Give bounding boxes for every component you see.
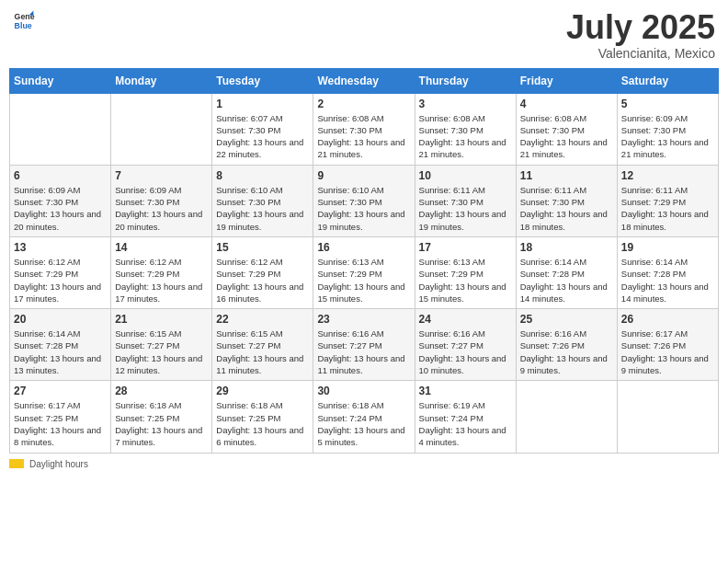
logo: General Blue	[13, 9, 35, 35]
calendar-cell: 31Sunrise: 6:19 AM Sunset: 7:24 PM Dayli…	[415, 381, 516, 453]
day-info: Sunrise: 6:18 AM Sunset: 7:24 PM Dayligh…	[317, 399, 410, 448]
calendar-cell: 1Sunrise: 6:07 AM Sunset: 7:30 PM Daylig…	[212, 93, 313, 165]
calendar-header-thursday: Thursday	[415, 68, 516, 93]
calendar-cell: 26Sunrise: 6:17 AM Sunset: 7:26 PM Dayli…	[617, 309, 718, 381]
calendar-header-sunday: Sunday	[10, 68, 111, 93]
day-info: Sunrise: 6:08 AM Sunset: 7:30 PM Dayligh…	[520, 112, 613, 161]
calendar-cell: 7Sunrise: 6:09 AM Sunset: 7:30 PM Daylig…	[111, 165, 212, 236]
day-info: Sunrise: 6:08 AM Sunset: 7:30 PM Dayligh…	[317, 112, 410, 161]
calendar-cell: 16Sunrise: 6:13 AM Sunset: 7:29 PM Dayli…	[313, 236, 415, 308]
month-title: July 2025	[566, 9, 715, 46]
day-number: 23	[317, 313, 410, 326]
calendar-cell: 15Sunrise: 6:12 AM Sunset: 7:29 PM Dayli…	[212, 236, 313, 308]
title-block: July 2025 Valencianita, Mexico	[566, 9, 715, 61]
calendar-cell: 2Sunrise: 6:08 AM Sunset: 7:30 PM Daylig…	[313, 93, 415, 165]
day-number: 8	[216, 169, 309, 182]
calendar-cell: 25Sunrise: 6:16 AM Sunset: 7:26 PM Dayli…	[516, 309, 617, 381]
calendar-week-row: 27Sunrise: 6:17 AM Sunset: 7:25 PM Dayli…	[10, 381, 719, 453]
day-number: 25	[520, 313, 613, 326]
calendar-header-wednesday: Wednesday	[313, 68, 415, 93]
day-info: Sunrise: 6:15 AM Sunset: 7:27 PM Dayligh…	[216, 327, 309, 376]
calendar-week-row: 13Sunrise: 6:12 AM Sunset: 7:29 PM Dayli…	[10, 236, 719, 308]
calendar-cell: 29Sunrise: 6:18 AM Sunset: 7:25 PM Dayli…	[212, 381, 313, 453]
day-info: Sunrise: 6:12 AM Sunset: 7:29 PM Dayligh…	[216, 256, 309, 304]
day-number: 31	[419, 385, 512, 397]
calendar-cell: 14Sunrise: 6:12 AM Sunset: 7:29 PM Dayli…	[111, 236, 212, 308]
day-number: 4	[520, 98, 613, 110]
day-number: 15	[216, 241, 309, 254]
calendar-table: SundayMondayTuesdayWednesdayThursdayFrid…	[9, 68, 719, 454]
calendar-header-saturday: Saturday	[617, 68, 718, 93]
day-info: Sunrise: 6:13 AM Sunset: 7:29 PM Dayligh…	[419, 256, 512, 304]
calendar-cell: 3Sunrise: 6:08 AM Sunset: 7:30 PM Daylig…	[415, 93, 516, 165]
calendar-cell: 18Sunrise: 6:14 AM Sunset: 7:28 PM Dayli…	[516, 236, 617, 308]
day-number: 24	[419, 313, 512, 326]
calendar-cell: 6Sunrise: 6:09 AM Sunset: 7:30 PM Daylig…	[10, 165, 111, 236]
calendar-header-row: SundayMondayTuesdayWednesdayThursdayFrid…	[10, 68, 719, 93]
day-number: 29	[216, 385, 309, 397]
day-info: Sunrise: 6:17 AM Sunset: 7:26 PM Dayligh…	[621, 327, 714, 376]
day-number: 1	[216, 98, 309, 110]
calendar-cell: 5Sunrise: 6:09 AM Sunset: 7:30 PM Daylig…	[617, 93, 718, 165]
day-info: Sunrise: 6:15 AM Sunset: 7:27 PM Dayligh…	[115, 327, 208, 376]
day-info: Sunrise: 6:08 AM Sunset: 7:30 PM Dayligh…	[419, 112, 512, 161]
calendar-cell: 10Sunrise: 6:11 AM Sunset: 7:30 PM Dayli…	[415, 165, 516, 236]
calendar-week-row: 20Sunrise: 6:14 AM Sunset: 7:28 PM Dayli…	[10, 309, 719, 381]
day-info: Sunrise: 6:12 AM Sunset: 7:29 PM Dayligh…	[115, 256, 208, 304]
day-info: Sunrise: 6:18 AM Sunset: 7:25 PM Dayligh…	[216, 399, 309, 448]
page-header: General Blue July 2025 Valencianita, Mex…	[9, 9, 719, 61]
day-number: 28	[115, 385, 208, 397]
day-number: 20	[14, 313, 107, 326]
day-number: 5	[621, 98, 714, 110]
day-number: 2	[317, 98, 410, 110]
calendar-cell: 19Sunrise: 6:14 AM Sunset: 7:28 PM Dayli…	[617, 236, 718, 308]
day-number: 13	[14, 241, 107, 254]
calendar-header-tuesday: Tuesday	[212, 68, 313, 93]
calendar-cell: 30Sunrise: 6:18 AM Sunset: 7:24 PM Dayli…	[313, 381, 415, 453]
day-number: 14	[115, 241, 208, 254]
calendar-cell: 17Sunrise: 6:13 AM Sunset: 7:29 PM Dayli…	[415, 236, 516, 308]
day-info: Sunrise: 6:11 AM Sunset: 7:30 PM Dayligh…	[520, 184, 613, 233]
day-info: Sunrise: 6:11 AM Sunset: 7:30 PM Dayligh…	[419, 184, 512, 233]
day-number: 16	[317, 241, 410, 254]
calendar-cell	[111, 93, 212, 165]
day-number: 18	[520, 241, 613, 254]
svg-text:Blue: Blue	[15, 21, 32, 30]
day-info: Sunrise: 6:09 AM Sunset: 7:30 PM Dayligh…	[621, 112, 714, 161]
day-info: Sunrise: 6:14 AM Sunset: 7:28 PM Dayligh…	[520, 256, 613, 304]
calendar-cell: 23Sunrise: 6:16 AM Sunset: 7:27 PM Dayli…	[313, 309, 415, 381]
calendar-week-row: 6Sunrise: 6:09 AM Sunset: 7:30 PM Daylig…	[10, 165, 719, 236]
calendar-cell: 11Sunrise: 6:11 AM Sunset: 7:30 PM Dayli…	[516, 165, 617, 236]
calendar-cell: 28Sunrise: 6:18 AM Sunset: 7:25 PM Dayli…	[111, 381, 212, 453]
day-info: Sunrise: 6:10 AM Sunset: 7:30 PM Dayligh…	[317, 184, 410, 233]
logo-icon: General Blue	[13, 9, 35, 35]
calendar-cell: 27Sunrise: 6:17 AM Sunset: 7:25 PM Dayli…	[10, 381, 111, 453]
calendar-cell: 8Sunrise: 6:10 AM Sunset: 7:30 PM Daylig…	[212, 165, 313, 236]
day-info: Sunrise: 6:18 AM Sunset: 7:25 PM Dayligh…	[115, 399, 208, 448]
day-number: 3	[419, 98, 512, 110]
calendar-header-friday: Friday	[516, 68, 617, 93]
calendar-cell: 20Sunrise: 6:14 AM Sunset: 7:28 PM Dayli…	[10, 309, 111, 381]
day-number: 9	[317, 169, 410, 182]
day-number: 30	[317, 385, 410, 397]
day-info: Sunrise: 6:10 AM Sunset: 7:30 PM Dayligh…	[216, 184, 309, 233]
calendar-cell: 22Sunrise: 6:15 AM Sunset: 7:27 PM Dayli…	[212, 309, 313, 381]
calendar-cell	[617, 381, 718, 453]
calendar-cell: 24Sunrise: 6:16 AM Sunset: 7:27 PM Dayli…	[415, 309, 516, 381]
day-number: 10	[419, 169, 512, 182]
day-number: 7	[115, 169, 208, 182]
day-info: Sunrise: 6:17 AM Sunset: 7:25 PM Dayligh…	[14, 399, 107, 448]
calendar-cell: 13Sunrise: 6:12 AM Sunset: 7:29 PM Dayli…	[10, 236, 111, 308]
calendar-cell: 12Sunrise: 6:11 AM Sunset: 7:29 PM Dayli…	[617, 165, 718, 236]
day-info: Sunrise: 6:09 AM Sunset: 7:30 PM Dayligh…	[115, 184, 208, 233]
day-info: Sunrise: 6:09 AM Sunset: 7:30 PM Dayligh…	[14, 184, 107, 233]
calendar-cell: 4Sunrise: 6:08 AM Sunset: 7:30 PM Daylig…	[516, 93, 617, 165]
daylight-legend-icon	[9, 459, 24, 468]
day-number: 26	[621, 313, 714, 326]
day-number: 11	[520, 169, 613, 182]
day-number: 17	[419, 241, 512, 254]
calendar-header-monday: Monday	[111, 68, 212, 93]
day-number: 21	[115, 313, 208, 326]
location: Valencianita, Mexico	[566, 46, 715, 61]
day-number: 19	[621, 241, 714, 254]
